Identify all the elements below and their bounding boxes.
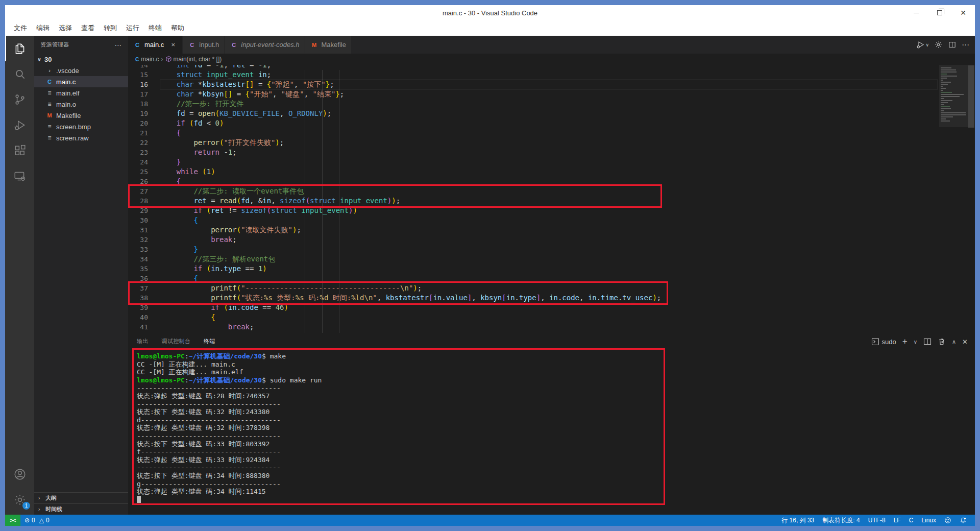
menu-item-3[interactable]: 查看 xyxy=(77,21,99,35)
line-number: 28 xyxy=(128,196,159,206)
code-editor[interactable]: 14 int fd = -1, ret = -1;15 struct input… xyxy=(128,65,975,333)
file-tree-item-main-elf[interactable]: ≡main.elf xyxy=(34,87,128,99)
line-number: 21 xyxy=(128,128,159,138)
restore-button[interactable] xyxy=(928,5,951,20)
chevron-down-icon[interactable]: ∨ xyxy=(914,339,917,345)
section-label: 时间线 xyxy=(45,505,62,513)
more-actions-icon[interactable]: ⋯ xyxy=(962,40,970,50)
breadcrumb-symbol: main(int, char * []) xyxy=(174,56,222,63)
code-line-26: 26 { xyxy=(128,177,939,186)
remote-indicator[interactable]: >< xyxy=(5,515,20,526)
terminal-shell-selector[interactable]: sudo xyxy=(871,337,896,346)
file-label: main.elf xyxy=(56,89,80,97)
tab-input-h[interactable]: Cinput.h xyxy=(183,36,225,54)
code-line-19: 19 fd = open(KB_DEVICE_FILE, O_RDONLY); xyxy=(128,109,939,118)
file-icon: ≡ xyxy=(45,123,54,130)
breadcrumb[interactable]: C main.c › main(int, char * []) xyxy=(128,54,975,65)
shell-label: sudo xyxy=(882,338,896,346)
run-or-debug-button[interactable]: ∨ xyxy=(916,40,929,49)
terminal-line-19 xyxy=(137,496,975,504)
line-number: 41 xyxy=(128,322,159,332)
line-number: 37 xyxy=(128,283,159,293)
menu-item-4[interactable]: 转到 xyxy=(99,21,121,35)
file-tree: ›.vscodeCmain.c≡main.elf≡main.oMMakefile… xyxy=(34,65,128,143)
tab-main-c[interactable]: Cmain.c× xyxy=(128,36,183,54)
file-tree-item-screen-raw[interactable]: ≡screen.raw xyxy=(34,132,128,143)
explorer-icon[interactable] xyxy=(5,36,34,61)
cursor-position[interactable]: 行 16, 列 33 xyxy=(777,515,818,526)
maximize-panel-button[interactable]: ∧ xyxy=(952,339,956,345)
tree-root-folder[interactable]: ∨ 30 xyxy=(34,54,128,65)
notifications-bell-button[interactable] xyxy=(955,515,971,526)
restore-icon xyxy=(937,10,942,15)
line-number: 18 xyxy=(128,99,159,109)
code-line-28: 28 ret = read(fd, &in, sizeof(struct inp… xyxy=(128,196,939,206)
encoding[interactable]: UTF-8 xyxy=(864,515,890,526)
remote-explorer-icon[interactable] xyxy=(5,163,34,189)
code-line-31: 31 perror("读取文件失败"); xyxy=(128,225,939,235)
sidebar-section-时间线[interactable]: ›时间线 xyxy=(34,503,128,515)
minimap[interactable] xyxy=(939,66,968,122)
kill-terminal-button[interactable] xyxy=(938,337,946,346)
close-button[interactable]: ✕ xyxy=(951,5,975,20)
search-icon[interactable] xyxy=(5,61,34,87)
run-debug-icon[interactable] xyxy=(5,112,34,138)
terminal-line-5: ------------------------------------ xyxy=(137,384,975,392)
line-number: 23 xyxy=(128,148,159,157)
file-tree-item-main-o[interactable]: ≡main.o xyxy=(34,99,128,110)
sidebar-section-大纲[interactable]: ›大纲 xyxy=(34,492,128,503)
clipped-code-line: 14 int fd = -1, ret = -1; xyxy=(128,65,939,70)
code-line-25: 25 while (1) xyxy=(128,167,939,177)
code-line-36: 36 { xyxy=(128,274,939,283)
menu-item-6[interactable]: 终端 xyxy=(144,21,166,35)
panel-tab-输出[interactable]: 输出 xyxy=(137,333,149,350)
settings-gear-icon[interactable]: 1 xyxy=(5,487,34,513)
problems-status[interactable]: ⊘ 0 △ 0 xyxy=(20,515,54,526)
eol[interactable]: LF xyxy=(890,515,905,526)
scrollbar-thumb[interactable] xyxy=(968,65,974,128)
file-tree-item-Makefile[interactable]: MMakefile xyxy=(34,110,128,121)
tab-input-event-codes-h[interactable]: Cinput-event-codes.h xyxy=(225,36,305,54)
menu-item-5[interactable]: 运行 xyxy=(121,21,144,35)
close-panel-button[interactable]: ✕ xyxy=(962,338,968,346)
panel-tab-终端[interactable]: 终端 xyxy=(204,333,215,350)
account-icon[interactable] xyxy=(5,462,34,487)
terminal[interactable]: lmos@lmos-PC:~/计算机基础/code/30$ makeCC -[M… xyxy=(128,350,975,515)
line-number: 24 xyxy=(128,157,159,167)
file-tree-item-screen-bmp[interactable]: ≡screen.bmp xyxy=(34,121,128,132)
line-number: 31 xyxy=(128,225,159,235)
menu-item-1[interactable]: 编辑 xyxy=(32,21,54,35)
more-actions-icon[interactable]: ⋯ xyxy=(115,41,122,49)
tab-close-icon[interactable]: × xyxy=(169,41,177,49)
split-terminal-button[interactable] xyxy=(923,337,932,346)
terminal-line-8: 状态:按下 类型:键盘 码:32 时间:243380 xyxy=(137,408,975,416)
code-line-32: 32 break; xyxy=(128,235,939,245)
menu-item-0[interactable]: 文件 xyxy=(9,21,32,35)
c-file-icon: C xyxy=(45,79,54,85)
os-indicator[interactable]: Linux xyxy=(917,515,940,526)
menu-item-7[interactable]: 帮助 xyxy=(166,21,189,35)
file-tree-item--vscode[interactable]: ›.vscode xyxy=(34,65,128,76)
minimize-button[interactable] xyxy=(904,5,928,20)
new-terminal-button[interactable]: + xyxy=(902,336,908,347)
editor-scrollbar[interactable] xyxy=(968,65,975,333)
tab-Makefile[interactable]: MMakefile xyxy=(305,36,352,54)
tab-size[interactable]: 制表符长度: 4 xyxy=(818,515,864,526)
line-number: 22 xyxy=(128,138,159,148)
source-control-icon[interactable] xyxy=(5,87,34,112)
chevron-right-icon: › xyxy=(38,506,45,512)
title-bar: main.c - 30 - Visual Studio Code ✕ xyxy=(5,5,975,20)
file-tree-item-main-c[interactable]: Cmain.c xyxy=(34,76,128,87)
extensions-icon[interactable] xyxy=(5,138,34,163)
split-editor-button[interactable] xyxy=(948,40,957,49)
root-folder-label: 30 xyxy=(44,56,52,63)
file-icon: ≡ xyxy=(45,134,54,141)
code-line-37: 37 printf("-----------------------------… xyxy=(128,283,939,293)
panel-tab-调试控制台[interactable]: 调试控制台 xyxy=(162,333,191,350)
menu-item-2[interactable]: 选择 xyxy=(54,21,77,35)
line-number: 16 xyxy=(128,80,159,89)
line-number: 39 xyxy=(128,303,159,312)
feedback-button[interactable] xyxy=(940,515,955,526)
settings-gear-icon[interactable] xyxy=(934,40,943,49)
language-mode[interactable]: C xyxy=(905,515,918,526)
